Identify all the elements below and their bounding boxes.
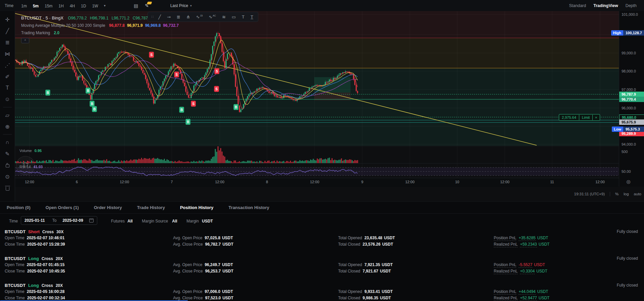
buy-marker-badge: B: [92, 106, 97, 112]
margin-source-filter-value[interactable]: All: [172, 219, 177, 223]
elliott-wave-icon[interactable]: ∿15: [194, 13, 206, 20]
tab-position-history[interactable]: Position History: [180, 205, 214, 210]
xabcd-pattern-tool-icon[interactable]: ⋈: [2, 49, 12, 59]
open-time-value: 2025-02-07 01:45:15: [27, 262, 65, 267]
margin-mode: Cross: [42, 256, 53, 261]
margin-filter-value[interactable]: USDT: [202, 219, 213, 223]
jump-to-latest-icon[interactable]: ◎: [626, 179, 631, 184]
auto-scale-button[interactable]: auto: [634, 192, 641, 196]
marking-indicator-label[interactable]: Trading Marking: [21, 31, 50, 35]
limit-order-close-icon[interactable]: ×: [592, 115, 599, 120]
last-price-dropdown[interactable]: Last Price ▾: [170, 3, 192, 8]
buy-marker-badge: B: [185, 119, 191, 125]
realized-pnl-value: +59.2343: [520, 242, 537, 247]
buy-marker-badge: B: [86, 88, 91, 94]
interval-15m[interactable]: 15m: [42, 2, 55, 10]
tab-trade-history[interactable]: Trade History: [137, 205, 165, 210]
low-value: L96,771.2: [112, 16, 129, 20]
low-price-row: Low95,575.3: [612, 127, 644, 132]
tab-order-history[interactable]: Order History: [94, 205, 122, 210]
date-range-input[interactable]: 2025-01-11 To 2025-02-09: [21, 216, 97, 225]
parallel-lines-icon[interactable]: ≣: [174, 13, 183, 20]
time-tick-1200: 12:00: [595, 180, 605, 184]
forecast-tool-icon[interactable]: ⋰: [2, 60, 12, 70]
leverage: 20X: [56, 283, 63, 288]
avg-open-price-value: 97,025.8: [205, 236, 220, 240]
log-scale-button[interactable]: log: [624, 192, 629, 196]
legend-collapse-button[interactable]: ^: [21, 38, 29, 43]
fib-lines-tool-icon[interactable]: ≣: [2, 37, 12, 47]
interval-4H[interactable]: 4H: [67, 2, 78, 10]
remove-drawings-tool-icon[interactable]: [2, 183, 12, 193]
emoji-tool-icon[interactable]: ☺: [2, 94, 12, 104]
futures-filter-value[interactable]: All: [127, 219, 132, 223]
avg-open-price-unit: USDT: [222, 262, 233, 267]
interval-1m[interactable]: 1m: [18, 2, 30, 10]
sell-marker-badge: S: [214, 86, 219, 92]
buy-marker-badge: B: [45, 90, 50, 96]
tab-open-orders-1-[interactable]: Open Orders (1): [46, 205, 79, 210]
magnet-tool-icon[interactable]: ∩: [2, 137, 12, 147]
rays-icon[interactable]: ⋔: [184, 13, 193, 20]
hide-drawings-tool-icon[interactable]: ⊙: [2, 171, 12, 182]
position-pnl: Position PnL+44.0494USDT: [494, 289, 548, 294]
total-closed-value: 23,576.26: [363, 242, 380, 247]
ruler-tool-icon[interactable]: ▱: [2, 110, 12, 120]
avg-close-price: Avg. Close Price96,253.7USDT: [173, 269, 233, 273]
price-label-967879: 96,787.9: [619, 92, 644, 97]
tab-transaction-history[interactable]: Transaction History: [228, 205, 269, 210]
anchored-text-icon[interactable]: T̲: [248, 13, 256, 20]
position-pnl-label: Position PnL: [494, 236, 516, 241]
total-opened-value: 9,933.41: [364, 289, 380, 294]
interval-1W[interactable]: 1W: [89, 2, 101, 10]
price-scale[interactable]: 101,000.099,000.098,000.097,000.096,787.…: [619, 11, 644, 187]
view-tab-tradingview[interactable]: TradingView: [593, 3, 618, 8]
interval-5m[interactable]: 5m: [30, 2, 42, 10]
ma-indicator-label[interactable]: Moving Average Multiple 20 50 100 200 Si…: [21, 23, 105, 28]
position-pnl-value: +44.0494: [519, 289, 535, 295]
crosshair-tool-icon[interactable]: ✛: [2, 14, 12, 24]
chart-type-icon[interactable]: ▤: [130, 3, 142, 8]
brush-tool-icon[interactable]: ✐: [2, 71, 12, 82]
total-closed: Total Closed7,921.67USDT: [338, 269, 391, 273]
time-label: Time: [5, 3, 13, 8]
view-tab-depth[interactable]: Depth: [626, 3, 637, 8]
text-tool-icon[interactable]: T: [239, 13, 247, 20]
position-pnl-unit: USDT: [534, 262, 545, 267]
calendar-icon[interactable]: [89, 218, 94, 222]
interval-dropdown-icon[interactable]: ▾: [101, 4, 108, 7]
text-tool-icon[interactable]: T: [2, 83, 12, 93]
trend-line-icon[interactable]: ╱: [156, 13, 164, 20]
symbol-title[interactable]: BTCUSDT · 5 · BingX: [21, 15, 63, 20]
volume-label[interactable]: Volume: [19, 149, 32, 153]
interval-1H[interactable]: 1H: [56, 2, 67, 10]
view-tab-standard[interactable]: Standard: [569, 3, 586, 8]
date-to-input[interactable]: 2025-02-09: [62, 218, 83, 223]
total-opened-label: Total Opened: [338, 236, 362, 240]
avg-open-price-value: 97,006.0: [205, 289, 220, 294]
total-closed-label: Total Closed: [338, 242, 360, 247]
zoom-in-tool-icon[interactable]: ⊕: [2, 121, 12, 132]
drag-handle-icon[interactable]: ∷: [150, 14, 155, 20]
date-from-input[interactable]: 2025-01-11: [24, 218, 45, 223]
indicator-marker-icon[interactable]: ✎: [142, 3, 152, 8]
time-tick-1200: 12:00: [25, 180, 34, 184]
horizontal-ray-icon[interactable]: ⊸: [164, 13, 173, 20]
interval-1D[interactable]: 1D: [78, 2, 89, 10]
time-tick-7: 7: [171, 180, 173, 184]
limit-order-tag[interactable]: 2,975.64 Limit ×: [559, 114, 600, 121]
lock-tool-icon[interactable]: [2, 160, 12, 170]
channel-icon[interactable]: ≋: [219, 13, 228, 20]
rectangle-icon[interactable]: ▭: [229, 13, 238, 20]
time-axis[interactable]: 12:00612:00712:00812:00912:001012:001112…: [15, 178, 619, 187]
limit-order-type: Limit: [579, 115, 592, 120]
tab-position-0-[interactable]: Position (0): [7, 205, 31, 210]
trend-line-tool-icon[interactable]: ╱: [2, 26, 12, 36]
bingx-trading-app: Time 1m5m15m1H4H1D1W ▾ ▤ ✎ Last Price ▾ …: [0, 0, 644, 301]
abcd-pattern-icon[interactable]: ∿AC: [206, 13, 219, 20]
rsi-label[interactable]: RSI 14: [19, 165, 31, 169]
percent-scale-button[interactable]: %: [615, 192, 619, 196]
close-time: Close Time2025-02-07 00:32:34: [5, 296, 65, 300]
edit-drawing-tool-icon[interactable]: ✎: [2, 149, 12, 159]
low-tag-label: Low: [612, 127, 623, 132]
